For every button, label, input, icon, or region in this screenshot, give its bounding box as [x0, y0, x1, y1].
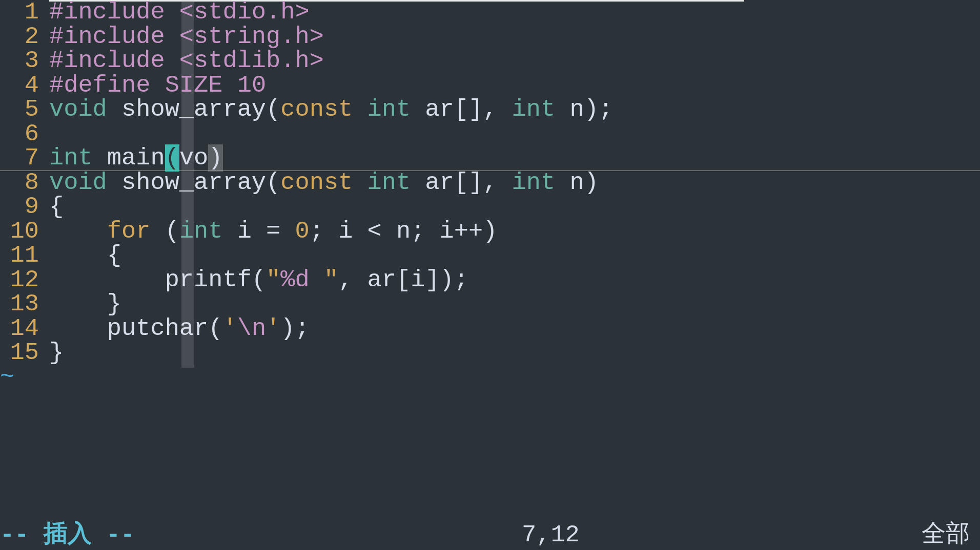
line-number: 3	[0, 49, 39, 73]
gutter	[39, 25, 49, 49]
code-content: #define SIZE 10	[49, 73, 266, 98]
gutter	[39, 0, 49, 25]
status-bar: -- 插入 -- 7,12 全部	[0, 519, 980, 550]
gutter	[39, 243, 49, 268]
line-number: 14	[0, 316, 39, 341]
gutter	[39, 97, 49, 122]
code-line[interactable]: 8 void show_array(const int ar[], int n)	[0, 171, 980, 195]
line-number: 1	[0, 0, 39, 25]
code-content: putchar('\n');	[49, 316, 310, 341]
gutter	[39, 171, 49, 195]
line-number: 5	[0, 97, 39, 122]
code-line[interactable]: 1 #include <stdio.h>	[0, 0, 980, 25]
code-content: void show_array(const int ar[], int n)	[49, 171, 599, 195]
code-line[interactable]: 11 {	[0, 243, 980, 268]
code-line-current[interactable]: 7 int main(vo)	[0, 146, 980, 171]
code-content: void show_array(const int ar[], int n);	[49, 97, 613, 122]
code-line[interactable]: 13 }	[0, 292, 980, 316]
code-line[interactable]: 9 {	[0, 195, 980, 219]
code-content: {	[49, 195, 64, 219]
code-line[interactable]: 5 void show_array(const int ar[], int n)…	[0, 97, 980, 122]
code-content: printf("%d ", ar[i]);	[49, 268, 468, 292]
scroll-percent: 全部	[922, 523, 970, 547]
matching-paren: (	[165, 144, 179, 172]
code-content: {	[49, 243, 121, 268]
code-content: int main(vo)	[49, 146, 223, 171]
code-line[interactable]: 10 for (int i = 0; i < n; i++)	[0, 219, 980, 244]
code-line[interactable]: 4 #define SIZE 10	[0, 73, 980, 98]
gutter	[39, 219, 49, 244]
code-content: #include <stdio.h>	[49, 0, 310, 25]
tilde-empty-line: ~	[0, 365, 980, 390]
code-line[interactable]: 15 }	[0, 341, 980, 365]
code-line[interactable]: 14 putchar('\n');	[0, 316, 980, 341]
line-number: 8	[0, 171, 39, 195]
line-number: 9	[0, 195, 39, 219]
line-number: 6	[0, 122, 39, 146]
gutter	[39, 292, 49, 316]
line-number: 12	[0, 268, 39, 292]
gutter	[39, 73, 49, 98]
code-line[interactable]: 12 printf("%d ", ar[i]);	[0, 268, 980, 292]
code-content: }	[49, 341, 64, 365]
gutter	[39, 341, 49, 365]
code-content: #include <stdlib.h>	[49, 49, 324, 73]
gutter	[39, 49, 49, 73]
mode-indicator: -- 插入 --	[0, 523, 135, 547]
code-content: #include <string.h>	[49, 25, 324, 49]
code-line[interactable]: 3 #include <stdlib.h>	[0, 49, 980, 73]
line-number: 4	[0, 73, 39, 98]
gutter	[39, 146, 49, 171]
gutter	[39, 195, 49, 219]
line-number: 2	[0, 25, 39, 49]
code-content: for (int i = 0; i < n; i++)	[49, 219, 497, 244]
line-number: 10	[0, 219, 39, 244]
code-line[interactable]: 6	[0, 122, 980, 146]
cursor: )	[208, 144, 222, 172]
line-number: 7	[0, 146, 39, 171]
line-number: 15	[0, 341, 39, 365]
code-editor[interactable]: 1 #include <stdio.h> 2 #include <string.…	[0, 0, 980, 519]
line-number: 13	[0, 292, 39, 316]
code-line[interactable]: 2 #include <string.h>	[0, 25, 980, 49]
cursor-position: 7,12	[522, 523, 580, 547]
gutter	[39, 316, 49, 341]
code-content: }	[49, 292, 121, 316]
line-number: 11	[0, 243, 39, 268]
gutter	[39, 268, 49, 292]
gutter	[39, 122, 49, 146]
